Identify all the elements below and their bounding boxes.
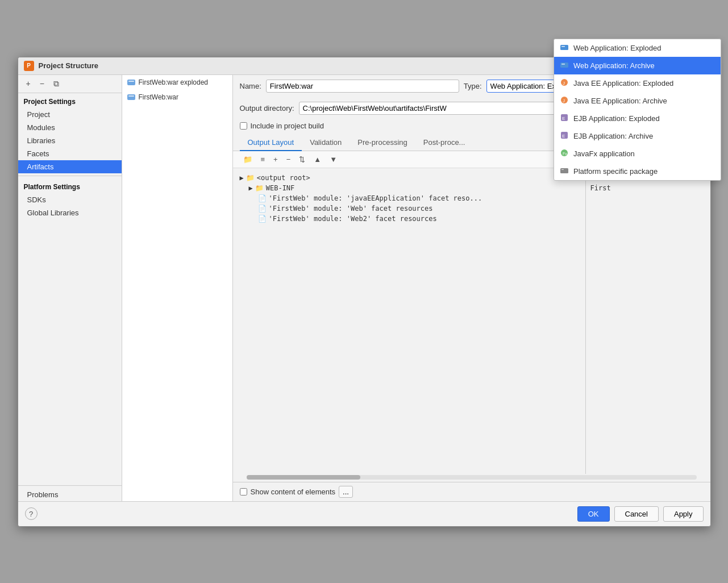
dropdown-label-ejb-archive: EJB Application: Archive — [573, 132, 653, 140]
dropdown-icon-exploded — [560, 43, 569, 53]
cancel-button[interactable]: Cancel — [614, 506, 659, 522]
ok-button[interactable]: OK — [577, 506, 610, 522]
tab-post-processing[interactable]: Post-proce... — [415, 135, 473, 151]
footer: ? OK Cancel Apply — [18, 501, 710, 526]
artifact-war-exploded-label: FirstWeb:war exploded — [139, 78, 209, 86]
dropdown-item-jee-exploded[interactable]: J Java EE Application: Exploded — [554, 74, 721, 92]
tree-expand-icon: ▶ — [240, 174, 244, 182]
artifact-war-exploded-icon — [127, 78, 136, 87]
tab-validation[interactable]: Validation — [302, 135, 350, 151]
dropdown-item-ejb-archive[interactable]: E EJB Application: Archive — [554, 127, 721, 145]
tab-pre-processing[interactable]: Pre-processing — [350, 135, 415, 151]
copy-artifact-button[interactable]: ⧉ — [50, 77, 63, 90]
artifact-war-exploded[interactable]: FirstWeb:war exploded — [122, 75, 232, 90]
add-btn[interactable]: + — [270, 153, 281, 165]
sidebar-item-project[interactable]: Project — [18, 108, 122, 121]
tree-file-icon-javaee: 📄 — [258, 194, 267, 202]
tree-item-web2-label: 'FirstWeb' module: 'Web2' facet resource… — [269, 215, 437, 223]
svg-rect-3 — [128, 95, 134, 97]
svg-text:Fx: Fx — [563, 152, 567, 156]
dropdown-label-archive: Web Application: Archive — [573, 61, 655, 70]
dropdown-label-jee-archive: Java EE Application: Archive — [573, 97, 667, 105]
app-icon: P — [24, 61, 34, 71]
title-bar-left: P Project Structure — [24, 61, 98, 71]
dropdown-item-javafx[interactable]: Fx JavaFx application — [554, 145, 721, 163]
sidebar-divider — [18, 176, 122, 176]
svg-rect-1 — [128, 81, 134, 82]
hscroll-thumb[interactable] — [247, 475, 360, 480]
show-content-checkbox[interactable] — [240, 488, 247, 495]
dropdown-label-jee-exploded: Java EE Application: Exploded — [573, 79, 673, 88]
folder-btn[interactable]: 📁 — [240, 153, 256, 165]
dropdown-label-ejb-exploded: EJB Application: Exploded — [573, 114, 660, 123]
dropdown-label-javafx: JavaFx application — [573, 149, 635, 158]
apply-button[interactable]: Apply — [663, 506, 704, 522]
type-dropdown-menu: Web Application: Exploded Web Applicatio… — [554, 39, 721, 181]
minus-btn[interactable]: − — [283, 153, 294, 165]
output-dir-label: Output directory: — [240, 104, 294, 113]
sidebar-item-sdks[interactable]: SDKs — [18, 193, 122, 206]
sidebar: + − ⧉ Project Settings Project Modules L… — [18, 75, 122, 501]
svg-rect-7 — [561, 64, 565, 65]
tree-panel: ▶ 📁 <output root> ▶ 📁 WEB-INF 📄 'FirstWe… — [233, 168, 585, 474]
ellipsis-button[interactable]: ... — [339, 486, 353, 498]
dropdown-item-archive[interactable]: Web Application: Archive — [554, 57, 721, 74]
svg-text:E: E — [562, 134, 565, 139]
sidebar-item-problems[interactable]: Problems — [18, 488, 122, 501]
svg-rect-4 — [560, 45, 568, 50]
sidebar-divider-2 — [18, 485, 122, 486]
tab-output-layout[interactable]: Output Layout — [240, 135, 302, 151]
list-btn[interactable]: ≡ — [257, 153, 269, 165]
up-btn[interactable]: ▲ — [310, 153, 325, 165]
dropdown-item-ejb-exploded[interactable]: E EJB Application: Exploded — [554, 110, 721, 127]
svg-rect-5 — [561, 46, 565, 47]
sort-btn[interactable]: ⇅ — [296, 153, 309, 165]
svg-rect-6 — [560, 63, 568, 68]
dropdown-item-exploded[interactable]: Web Application: Exploded — [554, 39, 721, 57]
include-project-build-checkbox[interactable] — [240, 122, 247, 130]
footer-buttons: OK Cancel Apply — [577, 506, 704, 522]
dropdown-item-jee-archive[interactable]: J Java EE Application: Archive — [554, 92, 721, 110]
add-artifact-button[interactable]: + — [23, 77, 34, 90]
dropdown-icon-jee-exploded: J — [560, 78, 569, 89]
sidebar-item-facets[interactable]: Facets — [18, 147, 122, 160]
svg-rect-2 — [127, 94, 135, 100]
tree-folder-icon-webinf: 📁 — [255, 184, 264, 192]
dropdown-icon-ejb-archive: E — [560, 131, 569, 141]
svg-text:E: E — [562, 116, 565, 121]
tree-item-javaee[interactable]: 📄 'FirstWeb' module: 'javaEEApplication'… — [240, 193, 579, 203]
hscroll-track[interactable] — [247, 475, 697, 480]
sidebar-item-libraries[interactable]: Libraries — [18, 134, 122, 147]
dropdown-item-platform[interactable]: Platform specific package — [554, 163, 721, 180]
sidebar-item-modules[interactable]: Modules — [18, 121, 122, 134]
tree-item-web[interactable]: 📄 'FirstWeb' module: 'Web' facet resourc… — [240, 203, 579, 214]
sidebar-item-artifacts[interactable]: Artifacts — [18, 160, 122, 173]
split-view: ▶ 📁 <output root> ▶ 📁 WEB-INF 📄 'FirstWe… — [233, 168, 710, 474]
name-label: Name: — [240, 82, 261, 90]
remove-artifact-button[interactable]: − — [36, 77, 48, 90]
bottom-left: Show content of elements ... — [240, 486, 353, 498]
tree-item-webinf[interactable]: ▶ 📁 WEB-INF — [240, 183, 579, 193]
svg-rect-0 — [127, 80, 135, 85]
help-button[interactable]: ? — [25, 507, 38, 520]
tree-item-web-label: 'FirstWeb' module: 'Web' facet resources — [269, 205, 433, 213]
avail-item-first[interactable]: First — [590, 183, 706, 193]
down-btn[interactable]: ▼ — [326, 153, 340, 165]
tree-item-output-root[interactable]: ▶ 📁 <output root> — [240, 173, 579, 183]
sidebar-item-global-libraries[interactable]: Global Libraries — [18, 206, 122, 219]
svg-rect-19 — [561, 169, 564, 170]
hscroll-container — [233, 474, 710, 482]
tree-expand-icon-webinf: ▶ — [249, 184, 253, 192]
project-settings-section: Project Settings — [18, 93, 122, 108]
include-project-build-label: Include in project build — [251, 122, 324, 130]
name-input[interactable] — [266, 80, 459, 93]
tree-item-webinf-label: WEB-INF — [266, 184, 295, 192]
sidebar-toolbar: + − ⧉ — [18, 75, 122, 93]
dropdown-label-platform: Platform specific package — [573, 167, 658, 176]
window-title: Project Structure — [39, 61, 98, 70]
tree-item-web2[interactable]: 📄 'FirstWeb' module: 'Web2' facet resour… — [240, 214, 579, 224]
show-content-label: Show content of elements — [251, 488, 336, 496]
bottom-bar: Show content of elements ... — [233, 482, 710, 501]
artifact-war[interactable]: FirstWeb:war — [122, 90, 232, 105]
artifact-war-label: FirstWeb:war — [139, 93, 178, 101]
